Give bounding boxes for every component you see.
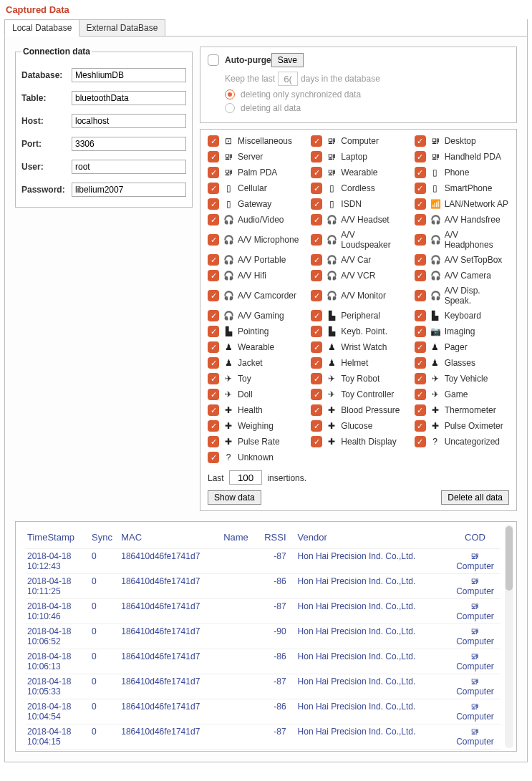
category-checkbox[interactable]: ✓ bbox=[311, 183, 322, 194]
scrollbar[interactable] bbox=[505, 525, 513, 748]
host-label: Host: bbox=[21, 116, 72, 126]
category-checkbox[interactable]: ✓ bbox=[311, 254, 322, 266]
category-checkbox[interactable]: ✓ bbox=[415, 326, 426, 337]
category-item: ✓▙Peripheral bbox=[311, 310, 405, 321]
category-checkbox[interactable]: ✓ bbox=[311, 151, 322, 162]
category-item: ✓✚Health Display bbox=[311, 436, 405, 447]
category-checkbox[interactable]: ✓ bbox=[311, 310, 322, 321]
category-checkbox[interactable]: ✓ bbox=[208, 326, 219, 337]
category-checkbox[interactable]: ✓ bbox=[311, 290, 322, 301]
category-checkbox[interactable]: ✓ bbox=[415, 234, 426, 246]
user-label: User: bbox=[21, 162, 72, 172]
days-input[interactable] bbox=[278, 72, 298, 86]
category-checkbox[interactable]: ✓ bbox=[311, 357, 322, 369]
category-label: Laptop bbox=[341, 152, 367, 162]
category-checkbox[interactable]: ✓ bbox=[311, 389, 322, 400]
category-label: A/V Headset bbox=[341, 215, 389, 225]
col-rssi[interactable]: RSSI bbox=[257, 529, 288, 549]
save-button[interactable]: Save bbox=[271, 53, 304, 67]
category-label: Toy bbox=[238, 374, 251, 384]
category-label: A/V Monitor bbox=[341, 291, 386, 301]
col-mac[interactable]: MAC bbox=[120, 529, 222, 549]
category-checkbox[interactable]: ✓ bbox=[311, 436, 322, 447]
category-icon: 🖳 bbox=[327, 136, 337, 146]
category-checkbox[interactable]: ✓ bbox=[208, 404, 219, 416]
category-checkbox[interactable]: ✓ bbox=[415, 183, 426, 194]
category-item: ✓🎧A/V Headset bbox=[311, 214, 405, 225]
delete-all-data-button[interactable]: Delete all data bbox=[441, 490, 509, 505]
category-checkbox[interactable]: ✓ bbox=[311, 404, 322, 416]
cell-timestamp: 2018-04-18 10:10:46 bbox=[26, 599, 90, 624]
category-checkbox[interactable]: ✓ bbox=[208, 214, 219, 225]
radio-sync-only[interactable] bbox=[225, 89, 235, 100]
category-checkbox[interactable]: ✓ bbox=[415, 198, 426, 210]
category-checkbox[interactable]: ✓ bbox=[311, 234, 322, 246]
category-checkbox[interactable]: ✓ bbox=[311, 270, 322, 281]
port-input[interactable] bbox=[72, 137, 186, 151]
category-checkbox[interactable]: ✓ bbox=[311, 198, 322, 210]
category-checkbox[interactable]: ✓ bbox=[311, 341, 322, 353]
category-checkbox[interactable]: ✓ bbox=[415, 290, 426, 301]
category-checkbox[interactable]: ✓ bbox=[208, 357, 219, 369]
category-checkbox[interactable]: ✓ bbox=[208, 183, 219, 194]
category-checkbox[interactable]: ✓ bbox=[415, 310, 426, 321]
category-checkbox[interactable]: ✓ bbox=[415, 436, 426, 447]
category-checkbox[interactable]: ✓ bbox=[208, 341, 219, 353]
category-checkbox[interactable]: ✓ bbox=[208, 452, 219, 463]
host-input[interactable] bbox=[72, 114, 186, 128]
category-checkbox[interactable]: ✓ bbox=[208, 198, 219, 210]
category-icon: ✚ bbox=[223, 421, 233, 431]
password-input[interactable] bbox=[72, 183, 186, 197]
category-item: ✓🎧A/V Camcorder bbox=[208, 286, 302, 306]
category-checkbox[interactable]: ✓ bbox=[415, 373, 426, 384]
category-checkbox[interactable]: ✓ bbox=[208, 290, 219, 301]
category-checkbox[interactable]: ✓ bbox=[208, 151, 219, 162]
category-checkbox[interactable]: ✓ bbox=[311, 373, 322, 384]
category-checkbox[interactable]: ✓ bbox=[415, 357, 426, 369]
category-checkbox[interactable]: ✓ bbox=[208, 373, 219, 384]
cell-name bbox=[222, 599, 256, 624]
col-timestamp[interactable]: TimeStamp bbox=[26, 529, 90, 549]
tab-external-database[interactable]: External DataBase bbox=[78, 19, 165, 36]
category-checkbox[interactable]: ✓ bbox=[415, 389, 426, 400]
category-checkbox[interactable]: ✓ bbox=[311, 420, 322, 432]
category-checkbox[interactable]: ✓ bbox=[208, 270, 219, 281]
last-count-input[interactable] bbox=[229, 470, 262, 485]
tab-local-database[interactable]: Local Database bbox=[4, 19, 79, 37]
category-checkbox[interactable]: ✓ bbox=[311, 135, 322, 147]
category-item: ✓✈Toy bbox=[208, 373, 302, 384]
category-checkbox[interactable]: ✓ bbox=[208, 420, 219, 432]
category-checkbox[interactable]: ✓ bbox=[208, 135, 219, 147]
show-data-button[interactable]: Show data bbox=[208, 490, 261, 505]
col-cod[interactable]: COD bbox=[450, 529, 500, 549]
category-checkbox[interactable]: ✓ bbox=[208, 436, 219, 447]
scrollbar-thumb[interactable] bbox=[506, 526, 513, 591]
table-input[interactable] bbox=[72, 91, 186, 105]
col-vendor[interactable]: Vendor bbox=[288, 529, 450, 549]
database-input[interactable] bbox=[72, 68, 186, 82]
col-name[interactable]: Name bbox=[222, 529, 256, 549]
category-checkbox[interactable]: ✓ bbox=[311, 167, 322, 178]
category-checkbox[interactable]: ✓ bbox=[415, 214, 426, 225]
category-item: ✓🖳Wearable bbox=[311, 167, 405, 178]
category-checkbox[interactable]: ✓ bbox=[415, 167, 426, 178]
category-checkbox[interactable]: ✓ bbox=[208, 254, 219, 266]
category-checkbox[interactable]: ✓ bbox=[311, 214, 322, 225]
category-checkbox[interactable]: ✓ bbox=[208, 167, 219, 178]
category-checkbox[interactable]: ✓ bbox=[415, 254, 426, 266]
category-checkbox[interactable]: ✓ bbox=[415, 404, 426, 416]
category-checkbox[interactable]: ✓ bbox=[415, 420, 426, 432]
auto-purge-checkbox[interactable] bbox=[208, 54, 219, 66]
col-sync[interactable]: Sync bbox=[90, 529, 120, 549]
category-checkbox[interactable]: ✓ bbox=[311, 326, 322, 337]
category-checkbox[interactable]: ✓ bbox=[415, 135, 426, 147]
category-checkbox[interactable]: ✓ bbox=[208, 234, 219, 246]
category-checkbox[interactable]: ✓ bbox=[415, 151, 426, 162]
auto-purge-box: Auto-purge Save Keep the last days in th… bbox=[200, 47, 517, 123]
category-checkbox[interactable]: ✓ bbox=[415, 341, 426, 353]
user-input[interactable] bbox=[72, 160, 186, 174]
category-checkbox[interactable]: ✓ bbox=[415, 270, 426, 281]
category-checkbox[interactable]: ✓ bbox=[208, 389, 219, 400]
category-checkbox[interactable]: ✓ bbox=[208, 310, 219, 321]
radio-all-data[interactable] bbox=[225, 103, 235, 113]
